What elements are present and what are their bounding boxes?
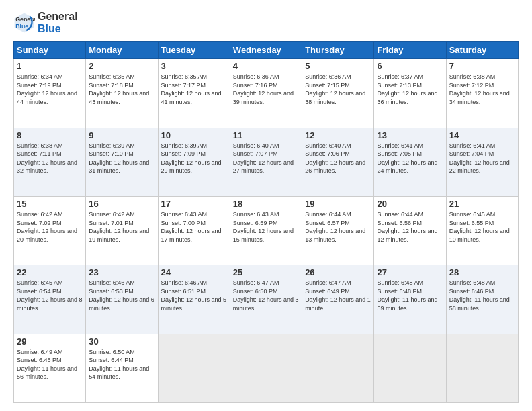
table-row: 7Sunrise: 6:38 AMSunset: 7:12 PMDaylight… <box>446 59 518 128</box>
table-row: 3Sunrise: 6:35 AMSunset: 7:17 PMDaylight… <box>158 59 230 128</box>
table-row: 1Sunrise: 6:34 AMSunset: 7:19 PMDaylight… <box>14 59 86 128</box>
day-number: 13 <box>377 130 443 140</box>
day-info: Sunrise: 6:38 AMSunset: 7:11 PMDaylight:… <box>17 142 77 175</box>
day-info: Sunrise: 6:44 AMSunset: 6:56 PMDaylight:… <box>377 211 437 243</box>
day-info: Sunrise: 6:34 AMSunset: 7:19 PMDaylight:… <box>17 73 77 105</box>
day-info: Sunrise: 6:38 AMSunset: 7:12 PMDaylight:… <box>449 73 510 105</box>
day-info: Sunrise: 6:48 AMSunset: 6:48 PMDaylight:… <box>377 279 437 312</box>
day-info: Sunrise: 6:35 AMSunset: 7:18 PMDaylight:… <box>89 73 149 105</box>
day-info: Sunrise: 6:35 AMSunset: 7:17 PMDaylight:… <box>161 73 222 105</box>
day-number: 18 <box>233 199 299 209</box>
table-row: 29Sunrise: 6:49 AMSunset: 6:45 PMDayligh… <box>14 334 86 402</box>
day-info: Sunrise: 6:39 AMSunset: 7:10 PMDaylight:… <box>89 142 149 175</box>
calendar-week-row: 8Sunrise: 6:38 AMSunset: 7:11 PMDaylight… <box>14 128 519 196</box>
day-number: 28 <box>449 267 515 277</box>
day-info: Sunrise: 6:45 AMSunset: 6:55 PMDaylight:… <box>449 211 510 243</box>
table-row: 18Sunrise: 6:43 AMSunset: 6:59 PMDayligh… <box>230 196 302 265</box>
day-info: Sunrise: 6:46 AMSunset: 6:53 PMDaylight:… <box>89 279 154 312</box>
col-thursday: Thursday <box>302 42 374 59</box>
day-number: 2 <box>89 61 154 71</box>
logo: General Blue General Blue <box>13 11 78 34</box>
day-number: 6 <box>377 61 443 71</box>
col-saturday: Saturday <box>446 42 518 59</box>
day-number: 19 <box>305 199 371 209</box>
logo-general: General <box>38 11 78 23</box>
table-row: 4Sunrise: 6:36 AMSunset: 7:16 PMDaylight… <box>230 59 302 128</box>
day-info: Sunrise: 6:43 AMSunset: 7:00 PMDaylight:… <box>161 211 222 243</box>
table-row <box>446 334 518 402</box>
day-number: 11 <box>233 130 299 140</box>
table-row: 17Sunrise: 6:43 AMSunset: 7:00 PMDayligh… <box>158 196 230 265</box>
day-number: 27 <box>377 267 443 277</box>
day-number: 26 <box>305 267 371 277</box>
table-row <box>158 334 230 402</box>
day-number: 22 <box>17 267 83 277</box>
table-row: 2Sunrise: 6:35 AMSunset: 7:18 PMDaylight… <box>86 59 158 128</box>
table-row: 27Sunrise: 6:48 AMSunset: 6:48 PMDayligh… <box>374 265 446 334</box>
day-number: 29 <box>17 336 83 347</box>
table-row <box>374 334 446 402</box>
table-row: 23Sunrise: 6:46 AMSunset: 6:53 PMDayligh… <box>86 265 158 334</box>
day-info: Sunrise: 6:40 AMSunset: 7:07 PMDaylight:… <box>233 142 294 175</box>
day-info: Sunrise: 6:46 AMSunset: 6:51 PMDaylight:… <box>161 279 227 312</box>
day-info: Sunrise: 6:48 AMSunset: 6:46 PMDaylight:… <box>449 279 510 312</box>
table-row: 12Sunrise: 6:40 AMSunset: 7:06 PMDayligh… <box>302 128 374 196</box>
calendar-header-row: Sunday Monday Tuesday Wednesday Thursday… <box>14 42 519 59</box>
day-info: Sunrise: 6:39 AMSunset: 7:09 PMDaylight:… <box>161 142 222 175</box>
day-number: 3 <box>161 61 227 71</box>
logo-icon: General Blue <box>13 12 35 34</box>
day-number: 14 <box>449 130 515 140</box>
day-info: Sunrise: 6:50 AMSunset: 6:44 PMDaylight:… <box>89 349 149 381</box>
table-row: 14Sunrise: 6:41 AMSunset: 7:04 PMDayligh… <box>446 128 518 196</box>
col-tuesday: Tuesday <box>158 42 230 59</box>
table-row: 30Sunrise: 6:50 AMSunset: 6:44 PMDayligh… <box>86 334 158 402</box>
table-row: 20Sunrise: 6:44 AMSunset: 6:56 PMDayligh… <box>374 196 446 265</box>
table-row: 25Sunrise: 6:47 AMSunset: 6:50 PMDayligh… <box>230 265 302 334</box>
day-number: 8 <box>17 130 83 140</box>
calendar-week-row: 1Sunrise: 6:34 AMSunset: 7:19 PMDaylight… <box>14 59 519 128</box>
table-row: 15Sunrise: 6:42 AMSunset: 7:02 PMDayligh… <box>14 196 86 265</box>
day-number: 25 <box>233 267 299 277</box>
table-row: 10Sunrise: 6:39 AMSunset: 7:09 PMDayligh… <box>158 128 230 196</box>
day-info: Sunrise: 6:41 AMSunset: 7:05 PMDaylight:… <box>377 142 437 175</box>
table-row: 26Sunrise: 6:47 AMSunset: 6:49 PMDayligh… <box>302 265 374 334</box>
table-row: 8Sunrise: 6:38 AMSunset: 7:11 PMDaylight… <box>14 128 86 196</box>
day-number: 10 <box>161 130 227 140</box>
table-row: 11Sunrise: 6:40 AMSunset: 7:07 PMDayligh… <box>230 128 302 196</box>
table-row: 19Sunrise: 6:44 AMSunset: 6:57 PMDayligh… <box>302 196 374 265</box>
day-number: 5 <box>305 61 371 71</box>
day-info: Sunrise: 6:41 AMSunset: 7:04 PMDaylight:… <box>449 142 510 175</box>
table-row: 13Sunrise: 6:41 AMSunset: 7:05 PMDayligh… <box>374 128 446 196</box>
header: General Blue General Blue <box>13 11 519 34</box>
day-number: 30 <box>89 336 154 347</box>
col-monday: Monday <box>86 42 158 59</box>
day-number: 7 <box>449 61 515 71</box>
col-friday: Friday <box>374 42 446 59</box>
day-info: Sunrise: 6:40 AMSunset: 7:06 PMDaylight:… <box>305 142 365 175</box>
day-number: 15 <box>17 199 83 209</box>
day-info: Sunrise: 6:45 AMSunset: 6:54 PMDaylight:… <box>17 279 83 312</box>
calendar: Sunday Monday Tuesday Wednesday Thursday… <box>13 41 519 403</box>
day-number: 9 <box>89 130 154 140</box>
calendar-week-row: 15Sunrise: 6:42 AMSunset: 7:02 PMDayligh… <box>14 196 519 265</box>
day-number: 12 <box>305 130 371 140</box>
day-number: 23 <box>89 267 154 277</box>
day-info: Sunrise: 6:36 AMSunset: 7:16 PMDaylight:… <box>233 73 294 105</box>
day-number: 1 <box>17 61 83 71</box>
table-row: 9Sunrise: 6:39 AMSunset: 7:10 PMDaylight… <box>86 128 158 196</box>
day-info: Sunrise: 6:36 AMSunset: 7:15 PMDaylight:… <box>305 73 365 105</box>
table-row: 16Sunrise: 6:42 AMSunset: 7:01 PMDayligh… <box>86 196 158 265</box>
calendar-week-row: 22Sunrise: 6:45 AMSunset: 6:54 PMDayligh… <box>14 265 519 334</box>
day-number: 24 <box>161 267 227 277</box>
day-info: Sunrise: 6:47 AMSunset: 6:50 PMDaylight:… <box>233 279 299 312</box>
day-info: Sunrise: 6:37 AMSunset: 7:13 PMDaylight:… <box>377 73 437 105</box>
day-info: Sunrise: 6:47 AMSunset: 6:49 PMDaylight:… <box>305 279 371 312</box>
day-info: Sunrise: 6:42 AMSunset: 7:01 PMDaylight:… <box>89 211 149 243</box>
table-row: 21Sunrise: 6:45 AMSunset: 6:55 PMDayligh… <box>446 196 518 265</box>
calendar-week-row: 29Sunrise: 6:49 AMSunset: 6:45 PMDayligh… <box>14 334 519 402</box>
day-info: Sunrise: 6:44 AMSunset: 6:57 PMDaylight:… <box>305 211 365 243</box>
table-row <box>302 334 374 402</box>
page: General Blue General Blue Sunday Monday … <box>0 0 532 411</box>
col-wednesday: Wednesday <box>230 42 302 59</box>
table-row: 5Sunrise: 6:36 AMSunset: 7:15 PMDaylight… <box>302 59 374 128</box>
